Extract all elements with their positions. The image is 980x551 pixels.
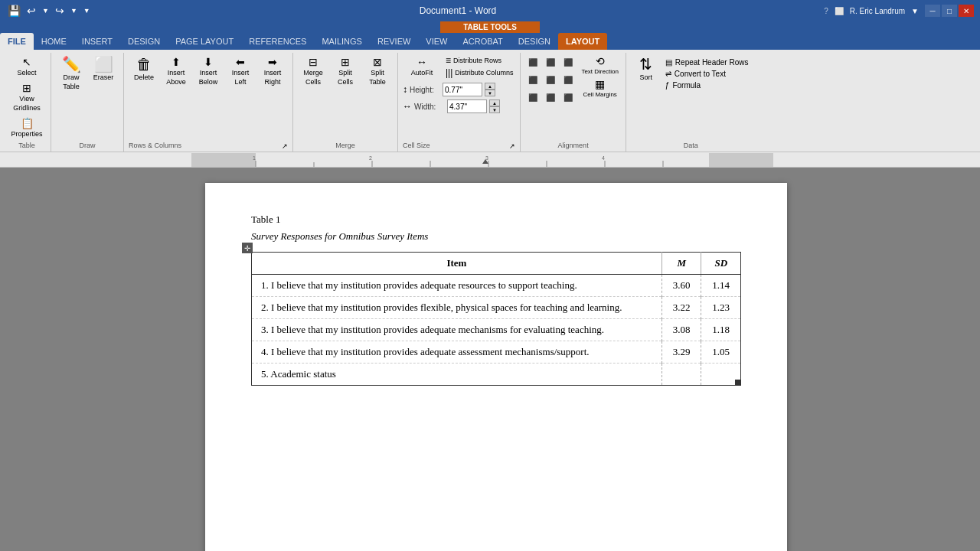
merge-cells-button[interactable]: ⊟ Merge Cells [298, 54, 328, 88]
align-middle-left-button[interactable]: ⬛ [525, 72, 541, 87]
undo-dropdown-icon[interactable]: ▼ [41, 7, 51, 15]
eraser-button[interactable]: ⬜ Eraser [88, 54, 119, 83]
cell-margins-button[interactable]: ▦ Cell Margins [579, 77, 620, 99]
draw-group-content: ✏️ Draw Table ⬜ Eraser [56, 53, 119, 140]
insert-left-button[interactable]: ⬅ Insert Left [225, 54, 256, 88]
tab-view[interactable]: VIEW [418, 33, 455, 50]
gridlines-icon: ⊞ [22, 83, 31, 93]
cell-size-group-content: ↔ AutoFit ≡ Distribute Rows ||| Distribu… [403, 53, 515, 140]
minimize-button[interactable]: ─ [925, 5, 940, 17]
insert-above-icon: ⬆ [172, 57, 181, 67]
width-icon: ↔ [403, 101, 412, 112]
draw-table-button[interactable]: ✏️ Draw Table [56, 54, 87, 93]
sort-icon: ⇅ [639, 57, 652, 72]
delete-icon: 🗑 [136, 57, 152, 72]
view-gridlines-button[interactable]: ⊞ View Gridlines [8, 80, 46, 114]
height-spinner[interactable]: ▲ ▼ [485, 83, 495, 96]
undo-icon[interactable]: ↩ [25, 5, 38, 17]
row-0-sd: 1.14 [701, 275, 741, 297]
table-wrapper: ✛ Item M SD 1. I believe that my institu… [251, 252, 741, 386]
select-button[interactable]: ↖ Select [8, 54, 46, 79]
distribute-rows-icon: ≡ [446, 55, 451, 66]
cell-size-dialog-launcher[interactable]: ↗ [509, 142, 515, 150]
align-bottom-left-button[interactable]: ⬛ [525, 90, 541, 105]
insert-right-button[interactable]: ➡ Insert Right [257, 54, 288, 88]
table-move-handle[interactable]: ✛ [242, 243, 253, 253]
autofit-icon: ↔ [416, 57, 427, 67]
table-row: 1. I believe that my institution provide… [252, 275, 741, 297]
sort-button[interactable]: ⇅ Sort [631, 54, 662, 83]
height-down-button[interactable]: ▼ [485, 90, 495, 96]
insert-below-button[interactable]: ⬇ Insert Below [193, 54, 224, 88]
formula-icon: ƒ [665, 81, 670, 90]
vertical-ruler [193, 183, 205, 551]
table-title: Table 1 [251, 214, 741, 226]
select-icon: ↖ [22, 57, 31, 67]
row-4-item: 5. Academic status [252, 364, 662, 386]
tab-mailings[interactable]: MAILINGS [314, 33, 370, 50]
delete-button[interactable]: 🗑 Delete [129, 54, 159, 83]
tab-home[interactable]: HOME [34, 33, 74, 50]
tab-acrobat[interactable]: ACROBAT [455, 33, 510, 50]
tab-layout[interactable]: LAYOUT [558, 33, 607, 50]
tab-review[interactable]: REVIEW [370, 33, 418, 50]
row-0-m: 3.60 [662, 275, 701, 297]
data-group-label: Data [631, 140, 751, 152]
height-up-button[interactable]: ▲ [485, 83, 495, 90]
repeat-header-rows-button[interactable]: ▤ Repeat Header Rows [663, 57, 751, 67]
text-direction-icon: ⟲ [596, 55, 605, 67]
document-title: Document1 - Word [92, 5, 825, 16]
autofit-button[interactable]: ↔ AutoFit [403, 54, 441, 79]
customize-qat-icon[interactable]: ▼ [82, 7, 92, 15]
maximize-button[interactable]: □ [942, 5, 957, 17]
tab-file[interactable]: FILE [0, 33, 34, 50]
width-input[interactable] [447, 99, 487, 113]
split-table-button[interactable]: ⊠ Split Table [362, 54, 393, 88]
ribbon-group-alignment: ⬛ ⬛ ⬛ ⬛ ⬛ ⬛ ⬛ ⬛ ⬛ ⟲ Text Direction ▦ Cel… [521, 53, 626, 152]
align-top-right-button[interactable]: ⬛ [560, 54, 576, 70]
align-middle-center-button[interactable]: ⬛ [543, 72, 558, 87]
tab-design2[interactable]: DESIGN [511, 33, 558, 50]
table-row: 4. I believe that my institution provide… [252, 341, 741, 364]
align-middle-right-button[interactable]: ⬛ [560, 72, 576, 87]
height-input[interactable] [443, 83, 482, 96]
distribute-rows-button[interactable]: ≡ Distribute Rows [443, 54, 515, 67]
distribute-columns-button[interactable]: ||| Distribute Columns [443, 67, 515, 79]
eraser-icon: ⬜ [94, 57, 113, 72]
redo-dropdown-icon[interactable]: ▼ [69, 7, 79, 15]
text-direction-button[interactable]: ⟲ Text Direction [579, 54, 620, 76]
user-chevron-icon[interactable]: ▼ [911, 7, 919, 15]
split-cells-button[interactable]: ⊞ Split Cells [330, 54, 361, 88]
align-top-center-button[interactable]: ⬛ [543, 54, 558, 70]
convert-to-text-button[interactable]: ⇌ Convert to Text [663, 69, 751, 79]
row-3-item: 4. I believe that my institution provide… [252, 341, 662, 364]
insert-right-icon: ➡ [268, 57, 277, 67]
insert-above-button[interactable]: ⬆ Insert Above [161, 54, 191, 88]
align-bottom-center-button[interactable]: ⬛ [543, 90, 558, 105]
tab-references[interactable]: REFERENCES [241, 33, 314, 50]
formula-button[interactable]: ƒ Formula [663, 80, 751, 90]
properties-button[interactable]: 📋 Properties [8, 116, 46, 140]
tab-insert[interactable]: INSERT [74, 33, 120, 50]
merge-cells-icon: ⊟ [309, 57, 318, 67]
rows-cols-dialog-launcher[interactable]: ↗ [282, 142, 288, 150]
tab-design[interactable]: DESIGN [120, 33, 168, 50]
table-resize-handle[interactable] [735, 380, 741, 386]
width-spinner[interactable]: ▲ ▼ [489, 99, 500, 113]
ribbon-minimize-icon[interactable]: ⬜ [835, 7, 844, 15]
redo-icon[interactable]: ↪ [54, 5, 66, 17]
close-button[interactable]: ✕ [959, 5, 974, 17]
properties-icon: 📋 [21, 118, 34, 129]
width-row: ↔ Width: ▲ ▼ [403, 99, 500, 113]
width-up-button[interactable]: ▲ [489, 99, 500, 106]
user-label: R. Eric Landrum [850, 7, 905, 15]
ribbon-group-merge: ⊟ Merge Cells ⊞ Split Cells ⊠ Split Tabl… [293, 53, 398, 152]
help-icon[interactable]: ? [824, 7, 828, 15]
align-bottom-right-button[interactable]: ⬛ [560, 90, 576, 105]
align-top-left-button[interactable]: ⬛ [525, 54, 541, 70]
row-4-m [662, 364, 701, 386]
save-icon[interactable]: 💾 [6, 5, 22, 17]
tab-page-layout[interactable]: PAGE LAYOUT [168, 33, 241, 50]
ribbon-group-rows-cols: 🗑 Delete ⬆ Insert Above ⬇ Insert Below ⬅… [124, 53, 293, 152]
width-down-button[interactable]: ▼ [489, 106, 500, 113]
